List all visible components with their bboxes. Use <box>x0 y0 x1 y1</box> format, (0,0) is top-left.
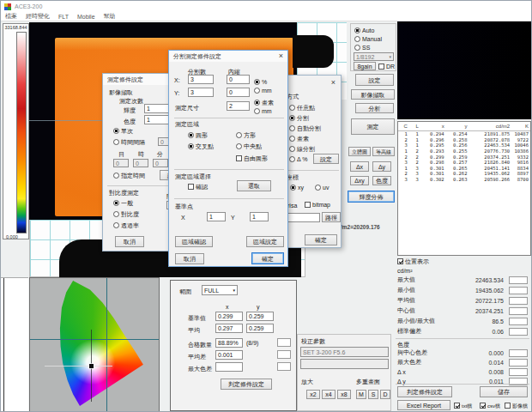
radio-ss[interactable]: SS <box>354 45 370 51</box>
multi-s-button[interactable]: S <box>368 390 378 399</box>
free-shape-checkbox[interactable]: 自由圖形 <box>236 155 268 161</box>
menu-flt[interactable]: FLT <box>54 14 73 20</box>
base-x-field[interactable]: 1 <box>207 212 226 221</box>
radio-circle[interactable]: 圓形 <box>188 132 208 138</box>
multi-m-button[interactable]: M <box>356 390 366 399</box>
radio-pixel-unit[interactable]: 畫素 <box>254 100 274 106</box>
path-field[interactable] <box>287 213 320 222</box>
radio-percent[interactable]: % <box>254 79 267 85</box>
base-y-field[interactable]: 1 <box>250 212 269 221</box>
day-field[interactable]: 0 <box>113 159 129 167</box>
avg-y-field[interactable]: 0.259 <box>246 324 274 333</box>
measurement-table[interactable]: CLxycd/m2K 110.2940.25421891.87510487 21… <box>397 121 531 256</box>
x-division-field[interactable]: 3 <box>188 75 214 84</box>
position-display-checkbox[interactable]: 位置表示 <box>397 258 429 264</box>
cancel-button[interactable]: 取消 <box>115 236 144 247</box>
close-icon[interactable]: × <box>279 52 283 60</box>
hour-field[interactable]: 0 <box>133 159 148 167</box>
judge-condition-button[interactable]: 判定條件設定 <box>221 379 272 390</box>
radio-center-point[interactable]: 中央點 <box>236 143 262 149</box>
close-icon[interactable]: × <box>331 79 336 87</box>
area-confirm-button[interactable]: 區域確認 <box>175 236 213 247</box>
pick-button[interactable]: 選取 <box>237 180 271 191</box>
radio-split[interactable]: 分割 <box>289 115 309 121</box>
minute-field[interactable]: 0 <box>153 159 168 167</box>
multi-d-button[interactable]: D <box>380 390 390 399</box>
radio-xy[interactable]: xy <box>290 185 304 191</box>
confirm-checkbox[interactable]: 確認 <box>188 184 208 190</box>
menu-file[interactable]: 檔案 <box>1 12 21 21</box>
table-row[interactable]: 330.3020.26320598.2668700 <box>398 177 530 183</box>
settings-button[interactable]: 設定 <box>355 74 394 86</box>
bitmap-checkbox[interactable]: bitmap <box>305 202 330 208</box>
calibration-preset2-field[interactable] <box>300 359 389 369</box>
zoom-x4-button[interactable]: x4 <box>322 390 336 399</box>
analyze-button[interactable]: 分析 <box>355 103 394 113</box>
calibration-preset-field[interactable]: SET 3-200 F5.6 <box>300 347 389 357</box>
path-button[interactable]: 路徑 <box>322 212 341 222</box>
secondary-image-preview[interactable] <box>397 21 532 119</box>
size-field[interactable]: 2 <box>227 101 250 111</box>
delta-xy-button[interactable]: Δxy <box>350 176 369 185</box>
dr-checkbox[interactable]: DR <box>378 64 395 70</box>
ok-button[interactable]: 確定 <box>305 234 337 245</box>
radio-line-split[interactable]: 線分割 <box>289 146 315 152</box>
radio-pixel[interactable]: 畫素 <box>289 136 309 142</box>
radio-mm-unit[interactable]: mm <box>254 108 272 114</box>
menu-help[interactable]: 幫助 <box>100 12 120 21</box>
table-row[interactable]: 130.3010.26520451.1418834 <box>398 166 530 172</box>
contour-button[interactable]: 等高線 <box>372 147 395 156</box>
save-button[interactable]: 儲存 <box>480 386 528 397</box>
table-row[interactable]: 230.3010.26219435.0628897 <box>398 171 530 177</box>
delta-y-button[interactable]: Δy <box>372 161 391 172</box>
radio-mm[interactable]: mm <box>254 88 272 94</box>
radio-interval[interactable]: 時間間隔 <box>113 139 145 145</box>
radio-normal[interactable]: 一般 <box>113 200 133 206</box>
radio-auto-split[interactable]: 自動分割 <box>289 125 321 131</box>
zoom-x8-button[interactable]: x8 <box>337 390 351 399</box>
ref-x-field[interactable]: 0.299 <box>215 312 243 321</box>
radio-cross-point[interactable]: 交叉點 <box>188 143 214 149</box>
delta-x-button[interactable]: Δx <box>350 161 369 172</box>
chroma-button[interactable]: 色度 <box>372 176 391 185</box>
excel-report-button[interactable]: Excel Report <box>397 400 450 410</box>
luminance-distribution-button[interactable]: 輝度分佈 <box>348 191 395 203</box>
ok-button[interactable]: 確定 <box>251 252 284 264</box>
radio-manual[interactable]: Manual <box>354 36 382 42</box>
menu-timecourse[interactable]: 經時變化 <box>21 12 54 21</box>
table-row[interactable]: 210.2960.25820872.0789722 <box>398 137 530 143</box>
radio-any-point[interactable]: 任意點 <box>289 105 315 111</box>
table-row[interactable]: 320.2980.25721826.8409816 <box>398 160 530 166</box>
dialog-title-bar[interactable]: 分割測定條件設定 × <box>169 51 287 62</box>
radio-uv[interactable]: uv <box>315 185 329 191</box>
cancel-button[interactable]: 取消 <box>175 253 204 264</box>
zoom-x2-button[interactable]: x2 <box>306 390 320 399</box>
table-row[interactable]: 110.2940.25421891.87510487 <box>398 131 530 137</box>
ref-y-field[interactable]: 0.259 <box>246 312 274 321</box>
cie-chromaticity-diagram[interactable] <box>29 277 160 412</box>
area-set-button[interactable]: 區域設定 <box>246 236 284 247</box>
judge-condition-button[interactable]: 判定條件設定 <box>397 386 452 397</box>
range-select[interactable]: FULL▾ <box>202 285 238 295</box>
image-file-checkbox[interactable]: 影像檔 <box>505 403 528 409</box>
white-point-marker[interactable] <box>89 364 94 368</box>
table-row[interactable]: 310.2950.25622463.53410046 <box>398 142 530 148</box>
menu-mobile[interactable]: Mobile <box>73 14 100 20</box>
txt-file-checkbox[interactable]: txt檔 <box>454 403 472 409</box>
radio-square[interactable]: 方形 <box>236 132 256 138</box>
radio-schedule[interactable]: 指定時間 <box>113 173 145 179</box>
solid-view-button[interactable]: 立體圖 <box>348 147 371 156</box>
radio-contrast[interactable]: 對比度 <box>113 211 139 217</box>
csv-file-checkbox[interactable]: csv檔 <box>480 403 500 409</box>
table-row[interactable]: 220.2990.25920374.2519332 <box>398 154 530 160</box>
avg-x-field[interactable]: 0.297 <box>215 324 243 333</box>
radio-delta-pct[interactable]: Δ % <box>289 156 307 162</box>
radio-auto[interactable]: Auto <box>354 27 374 33</box>
radio-single[interactable]: 單次 <box>113 128 133 134</box>
y-inset-field[interactable]: 0 <box>227 88 250 97</box>
measure-button[interactable]: 測定 <box>351 118 395 135</box>
method-set-button[interactable]: 設定 <box>313 154 339 164</box>
gain-button[interactable]: 8gain <box>354 62 376 70</box>
capture-button[interactable]: 影像擷取 <box>351 89 395 100</box>
radio-transmit[interactable]: 透過率 <box>113 222 139 228</box>
